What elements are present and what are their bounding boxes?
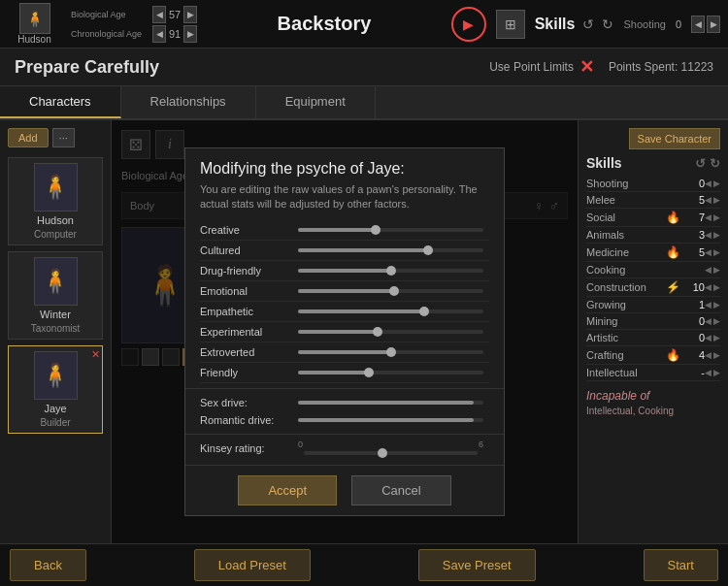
drive-track[interactable] bbox=[298, 401, 483, 405]
drive-track[interactable] bbox=[298, 418, 483, 422]
skill-name: Growing bbox=[586, 299, 665, 310]
trait-slider[interactable] bbox=[298, 269, 483, 273]
skill-dec[interactable]: ◀ bbox=[705, 368, 711, 377]
skill-inc[interactable]: ▶ bbox=[713, 368, 720, 377]
trait-thumb[interactable] bbox=[423, 245, 433, 255]
trait-thumb[interactable] bbox=[364, 368, 374, 377]
skill-dec[interactable]: ◀ bbox=[705, 247, 711, 257]
skill-inc[interactable]: ▶ bbox=[713, 195, 720, 205]
skill-row-medicine: Medicine 🔥 5 ◀ ▶ bbox=[586, 244, 720, 262]
trait-slider[interactable] bbox=[298, 350, 483, 354]
tab-relationships[interactable]: Relationships bbox=[121, 86, 256, 118]
save-preset-button[interactable]: Save Preset bbox=[418, 549, 536, 581]
skills-title: Skills ↺ ↻ bbox=[586, 155, 720, 171]
bio-age-nav: ◀ 57 ▶ bbox=[152, 6, 197, 23]
skill-dec[interactable]: ◀ bbox=[705, 300, 711, 309]
skill-dec[interactable]: ◀ bbox=[705, 316, 711, 326]
back-button[interactable]: Back bbox=[10, 549, 86, 581]
trait-thumb[interactable] bbox=[386, 347, 396, 357]
start-button[interactable]: Start bbox=[644, 549, 718, 581]
kinsey-thumb[interactable] bbox=[378, 448, 387, 458]
skill-val: 5 bbox=[680, 194, 705, 206]
load-preset-button[interactable]: Load Preset bbox=[194, 549, 311, 581]
use-point-limits-label: Use Point Limits bbox=[489, 60, 574, 74]
trait-thumb[interactable] bbox=[386, 266, 396, 276]
skill-name: Animals bbox=[586, 229, 665, 241]
trait-row-empathetic: Empathetic bbox=[200, 302, 489, 322]
skills-reset-btn[interactable]: ↺ bbox=[695, 156, 706, 171]
trait-thumb[interactable] bbox=[419, 307, 429, 316]
skill-inc[interactable]: ▶ bbox=[713, 350, 720, 360]
skill-inc[interactable]: ▶ bbox=[713, 247, 720, 257]
incapable-section: Incapable of Intellectual, Cooking bbox=[586, 389, 720, 416]
shooting-label: Shooting bbox=[623, 18, 665, 30]
skill-inc[interactable]: ▶ bbox=[713, 265, 720, 275]
skill-row-construction: Construction ⚡ 10 ◀ ▶ bbox=[586, 278, 720, 297]
more-options-button[interactable]: ··· bbox=[52, 128, 75, 147]
skill-inc[interactable]: ▶ bbox=[713, 230, 720, 240]
use-point-limits-toggle[interactable]: ✕ bbox=[579, 56, 594, 78]
trait-thumb[interactable] bbox=[373, 327, 382, 337]
skills-reset-icon[interactable]: ↺ bbox=[582, 16, 594, 32]
character-card-winter[interactable]: 🧍 Winter Taxonomist bbox=[8, 251, 103, 340]
chrono-age-dec[interactable]: ◀ bbox=[152, 25, 166, 43]
modal-title: Modifying the psyche of Jaye: bbox=[185, 148, 504, 182]
skill-dec[interactable]: ◀ bbox=[705, 265, 711, 275]
skill-dec[interactable]: ◀ bbox=[705, 179, 711, 188]
chrono-age-inc[interactable]: ▶ bbox=[183, 25, 197, 43]
skill-inc[interactable]: ▶ bbox=[713, 212, 720, 222]
skill-name: Artistic bbox=[586, 332, 665, 343]
skill-inc[interactable]: ▶ bbox=[713, 333, 720, 342]
save-character-button[interactable]: Save Character bbox=[629, 128, 720, 149]
skill-dec[interactable]: ◀ bbox=[705, 195, 711, 205]
trait-row-creative: Creative bbox=[200, 220, 489, 241]
trait-slider[interactable] bbox=[298, 248, 483, 252]
skill-dec[interactable]: ◀ bbox=[705, 282, 711, 292]
add-character-button[interactable]: Add bbox=[8, 128, 49, 147]
skill-inc[interactable]: ▶ bbox=[713, 179, 720, 188]
trait-slider[interactable] bbox=[298, 330, 483, 334]
skill-row-melee: Melee 5 ◀ ▶ bbox=[586, 192, 720, 209]
grid-icon-btn[interactable]: ⊞ bbox=[496, 10, 525, 39]
skill-dec[interactable]: ◀ bbox=[705, 350, 711, 360]
tab-characters[interactable]: Characters bbox=[0, 86, 121, 118]
skill-val: 0 bbox=[680, 315, 705, 327]
play-button[interactable]: ▶ bbox=[451, 7, 486, 42]
tab-equipment[interactable]: Equipment bbox=[256, 86, 376, 118]
skill-dec[interactable]: ◀ bbox=[705, 333, 711, 342]
trait-fill bbox=[298, 330, 378, 334]
skills-refresh-icon[interactable]: ↻ bbox=[602, 16, 613, 32]
skill-row-growing: Growing 1 ◀ ▶ bbox=[586, 297, 720, 313]
shooting-dec[interactable]: ◀ bbox=[691, 16, 705, 33]
trait-fill bbox=[298, 269, 391, 273]
shooting-inc[interactable]: ▶ bbox=[707, 16, 720, 33]
skill-inc[interactable]: ▶ bbox=[713, 316, 720, 326]
bio-age-inc[interactable]: ▶ bbox=[183, 6, 197, 23]
trait-slider[interactable] bbox=[298, 228, 483, 232]
kinsey-bar[interactable] bbox=[304, 451, 478, 455]
jaye-delete-icon[interactable]: ✕ bbox=[91, 348, 100, 361]
footer: Back Load Preset Save Preset Start bbox=[0, 543, 728, 586]
winter-role: Taxonomist bbox=[31, 323, 81, 334]
character-card-hudson[interactable]: 🧍 Hudson Computer bbox=[8, 157, 103, 245]
trait-slider[interactable] bbox=[298, 371, 483, 374]
modal-body: Creative Cultured Drug-friendly Emotiona… bbox=[185, 220, 504, 388]
trait-slider[interactable] bbox=[298, 309, 483, 313]
skill-dec[interactable]: ◀ bbox=[705, 212, 711, 222]
skill-arrows: ◀ ▶ bbox=[705, 368, 720, 377]
chrono-age-nav: ◀ 91 ▶ bbox=[152, 25, 197, 43]
trait-name: Experimental bbox=[200, 326, 292, 338]
hudson-portrait: 🧍 bbox=[34, 163, 78, 212]
skills-title-label: Skills bbox=[586, 155, 622, 171]
skill-inc[interactable]: ▶ bbox=[713, 282, 720, 292]
trait-slider[interactable] bbox=[298, 289, 483, 293]
trait-thumb[interactable] bbox=[371, 225, 381, 235]
skills-refresh-btn[interactable]: ↻ bbox=[710, 156, 720, 171]
modal-cancel-button[interactable]: Cancel bbox=[351, 475, 450, 505]
skill-dec[interactable]: ◀ bbox=[705, 230, 711, 240]
bio-age-dec[interactable]: ◀ bbox=[152, 6, 166, 23]
skill-inc[interactable]: ▶ bbox=[713, 300, 720, 309]
character-card-jaye[interactable]: ✕ 🧍 Jaye Builder bbox=[8, 345, 103, 434]
trait-thumb[interactable] bbox=[389, 286, 399, 296]
modal-accept-button[interactable]: Accept bbox=[238, 475, 337, 505]
